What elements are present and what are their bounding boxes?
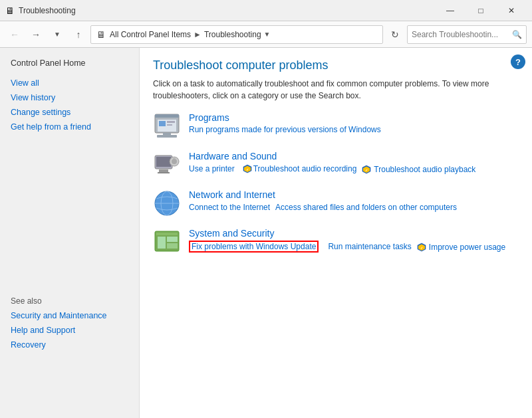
category-programs: Programs Run programs made for previous … [153, 112, 519, 140]
hardware-link-audio-playback[interactable]: Troubleshoot audio playback [374, 165, 475, 174]
path-troubleshooting[interactable]: Troubleshooting [204, 30, 261, 39]
window-icon: 🖥 [5, 5, 15, 16]
hardware-links: Use a printer ✓ Troubleshoot audio recor… [189, 163, 481, 174]
svg-rect-27 [167, 237, 178, 242]
network-link-shared[interactable]: Access shared files and folders on other… [275, 203, 457, 212]
svg-rect-25 [156, 233, 178, 235]
programs-icon [153, 112, 181, 140]
titlebar-controls: — □ ✕ [435, 0, 527, 21]
path-icon: 🖥 [96, 29, 106, 40]
hardware-icon [153, 151, 181, 179]
hardware-title[interactable]: Hardware and Sound [189, 151, 481, 161]
security-links: Fix problems with Windows Update Run mai… [189, 241, 511, 253]
refresh-button[interactable]: ↻ [386, 25, 404, 44]
hardware-link-printer[interactable]: Use a printer [189, 164, 235, 173]
security-link-maintenance[interactable]: Run maintenance tasks [328, 242, 411, 251]
main-container: Control Panel Home View all View history… [0, 48, 532, 418]
content-area: ? Troubleshoot computer problems Click o… [140, 48, 532, 418]
svg-rect-11 [158, 172, 170, 173]
search-input[interactable] [412, 30, 512, 39]
down-button[interactable]: ▼ [48, 25, 66, 44]
forward-button[interactable]: → [27, 25, 45, 44]
sidebar-control-panel-home[interactable]: Control Panel Home [0, 56, 139, 70]
svg-rect-14 [173, 157, 176, 159]
help-button[interactable]: ? [511, 54, 525, 69]
network-link-connect[interactable]: Connect to the Internet [189, 203, 270, 212]
path-separator: ► [194, 30, 201, 39]
content-description: Click on a task to automatically trouble… [153, 78, 519, 102]
sidebar-change-settings[interactable]: Change settings [0, 105, 139, 120]
svg-rect-7 [167, 124, 172, 126]
programs-links: Run programs made for previous versions … [189, 125, 386, 134]
category-security: System and Security Fix problems with Wi… [153, 228, 519, 256]
svg-rect-6 [167, 121, 175, 123]
network-links: Connect to the Internet Access shared fi… [189, 202, 462, 212]
security-link-windows-update[interactable]: Fix problems with Windows Update [189, 241, 319, 253]
sidebar: Control Panel Home View all View history… [0, 48, 140, 418]
svg-text:✓: ✓ [420, 246, 423, 250]
close-button[interactable]: ✕ [496, 0, 527, 21]
svg-point-13 [172, 159, 177, 164]
search-icon[interactable]: 🔍 [512, 30, 522, 39]
svg-text:✓: ✓ [365, 168, 368, 172]
hardware-content: Hardware and Sound Use a printer ✓ Troub… [189, 151, 481, 174]
svg-rect-9 [156, 157, 171, 167]
maximize-button[interactable]: □ [466, 0, 496, 21]
sidebar-get-help[interactable]: Get help from a friend [0, 120, 139, 134]
svg-rect-26 [158, 237, 166, 249]
svg-rect-10 [159, 169, 168, 172]
programs-title[interactable]: Programs [189, 112, 386, 123]
up-button[interactable]: ↑ [69, 25, 88, 44]
content-title: Troubleshoot computer problems [153, 58, 519, 72]
security-link-power[interactable]: Improve power usage [429, 243, 505, 252]
svg-rect-2 [157, 135, 177, 138]
programs-content: Programs Run programs made for previous … [189, 112, 386, 134]
sidebar-help-support[interactable]: Help and Support [0, 323, 139, 338]
search-box: 🔍 [407, 25, 527, 44]
window-title: Troubleshooting [19, 6, 435, 15]
path-dropdown-icon[interactable]: ▼ [264, 31, 271, 38]
svg-text:✓: ✓ [246, 167, 249, 171]
titlebar: 🖥 Troubleshooting — □ ✕ [0, 0, 532, 21]
programs-link-1[interactable]: Run programs made for previous versions … [189, 125, 381, 134]
addressbar: ← → ▼ ↑ 🖥 All Control Panel Items ► Trou… [0, 21, 532, 48]
security-icon [153, 228, 181, 256]
path-control-panel[interactable]: All Control Panel Items [110, 30, 191, 39]
network-content: Network and Internet Connect to the Inte… [189, 189, 462, 212]
svg-rect-1 [155, 114, 179, 118]
network-title[interactable]: Network and Internet [189, 189, 462, 200]
hardware-link-audio-recording[interactable]: Troubleshoot audio recording [253, 164, 357, 173]
back-button[interactable]: ← [5, 25, 24, 44]
security-title[interactable]: System and Security [189, 228, 511, 239]
svg-rect-5 [159, 121, 166, 126]
sidebar-recovery[interactable]: Recovery [0, 338, 139, 352]
sidebar-view-history[interactable]: View history [0, 90, 139, 105]
sidebar-view-all[interactable]: View all [0, 76, 139, 90]
see-also-label: See also [0, 294, 139, 308]
security-content: System and Security Fix problems with Wi… [189, 228, 511, 253]
sidebar-security-maintenance[interactable]: Security and Maintenance [0, 308, 139, 323]
address-path: 🖥 All Control Panel Items ► Troubleshoot… [90, 25, 383, 44]
svg-rect-28 [167, 243, 178, 249]
svg-rect-3 [163, 133, 171, 135]
network-icon [153, 189, 181, 217]
category-network: Network and Internet Connect to the Inte… [153, 189, 519, 217]
category-hardware: Hardware and Sound Use a printer ✓ Troub… [153, 151, 519, 179]
minimize-button[interactable]: — [435, 0, 466, 21]
